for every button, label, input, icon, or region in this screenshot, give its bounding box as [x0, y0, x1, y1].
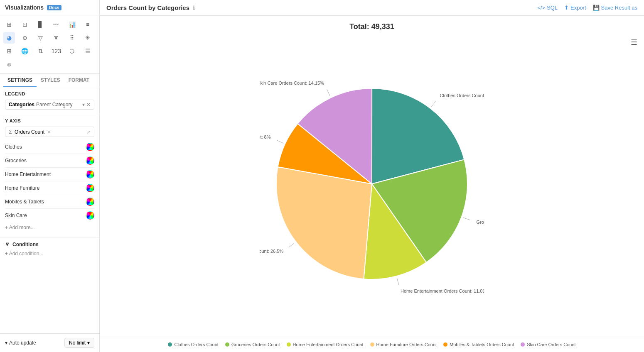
icon-globe[interactable]: 🌐	[19, 45, 31, 57]
icon-scatter[interactable]: ⊙	[19, 32, 31, 44]
legend-dot-clothes	[168, 342, 172, 347]
icon-smiley[interactable]: ☺	[3, 59, 15, 70]
svg-line-10	[327, 89, 330, 96]
sql-icon: </>	[537, 5, 545, 11]
svg-text:Clothes Orders Count: 20.9%: Clothes Orders Count: 20.9%	[440, 93, 484, 98]
legend-entry-clothes: Clothes Orders Count	[168, 342, 218, 347]
legend-dot-mobiles	[443, 342, 447, 347]
auto-update-toggle[interactable]: ▾ Auto update	[5, 340, 36, 346]
color-circle-clothes[interactable]	[86, 143, 94, 151]
sigma-icon: Σ	[9, 129, 12, 135]
chart-menu-icon[interactable]: ☰	[631, 38, 637, 47]
list-item: Mobiles & Tablets	[5, 195, 94, 209]
export-icon: ⬆	[564, 5, 569, 11]
icon-funnel[interactable]: ▽	[35, 32, 47, 44]
legend-dot-home-furniture	[370, 342, 374, 347]
info-icon[interactable]: ℹ	[193, 5, 195, 11]
item-label-clothes: Clothes	[5, 144, 22, 150]
color-circle-skincare[interactable]	[86, 211, 94, 220]
tabs-row: SETTINGS STYLES FORMAT	[0, 74, 99, 87]
svg-text:Home Entertainment Orders Coun: Home Entertainment Orders Count: 11.01%	[401, 288, 484, 293]
header-actions: </> SQL ⬆ Export 💾 Save Result as	[537, 5, 637, 11]
sidebar-title: Visualizations	[5, 4, 44, 11]
icon-pie[interactable]: ◕	[3, 32, 15, 44]
icon-dots[interactable]: ⠿	[66, 32, 78, 44]
add-more-btn[interactable]: + Add more...	[5, 222, 94, 233]
main-header: Orders Count by Categories ℹ </> SQL ⬆ E…	[100, 0, 644, 16]
add-condition-btn[interactable]: + Add condition...	[5, 251, 94, 257]
color-circle-home-furniture[interactable]	[86, 184, 94, 192]
icon-table[interactable]: ⊞	[3, 19, 15, 30]
item-label-home-entertainment: Home Entertainment	[5, 171, 51, 177]
icon-filter[interactable]: ⛛	[50, 32, 62, 44]
tab-styles[interactable]: STYLES	[37, 74, 64, 87]
icon-pivot[interactable]: ⊡	[19, 19, 31, 30]
no-limit-label: No limit	[69, 340, 86, 346]
chip-settings[interactable]: ↗	[86, 129, 91, 135]
icon-shape[interactable]: ⬡	[66, 45, 78, 57]
icon-area[interactable]: 📊	[66, 19, 78, 30]
dropdown-close[interactable]: ✕	[86, 102, 91, 108]
pie-chart: Clothes Orders Count: 20.9%Groceries Ord…	[260, 72, 484, 296]
save-result-button[interactable]: 💾 Save Result as	[593, 5, 637, 11]
orders-count-chip: Σ Orders Count ✕ ↗	[5, 127, 94, 137]
y-axis-section: Y Axis Σ Orders Count ✕ ↗ Clothes Grocer…	[0, 114, 99, 237]
list-item: Home Entertainment	[5, 168, 94, 181]
legend-dot-skincare	[521, 342, 525, 347]
chip-remove[interactable]: ✕	[47, 129, 51, 135]
legend-label-skincare: Skin Care Orders Count	[527, 342, 575, 347]
docs-badge[interactable]: Docs	[47, 5, 61, 10]
item-label-home-furniture: Home Furniture	[5, 185, 39, 191]
legend-label-clothes: Clothes Orders Count	[174, 342, 218, 347]
conditions-header: ⛛ Conditions	[5, 242, 94, 247]
legend-section: Legend Categories Parent Category ▾ ✕	[0, 87, 99, 114]
icon-grid: ⊞ ⊡ ▊ 〰 📊 ≡ ◕ ⊙ ▽ ⛛ ⠿ ✳ ⊞ 🌐 ⇅ 123 ⬡ ☰ ☺	[0, 15, 99, 74]
svg-text:Home Furniture Orders Count: 2: Home Furniture Orders Count: 26.5%	[260, 249, 283, 254]
legend-entry-groceries: Groceries Orders Count	[225, 342, 280, 347]
icon-list[interactable]: ☰	[82, 45, 93, 57]
sidebar-header: Visualizations Docs	[0, 0, 99, 15]
icon-number[interactable]: 123	[50, 45, 62, 57]
chart-total: Total: 49,331	[349, 22, 394, 31]
svg-text:Skin Care Orders Count: 14.15%: Skin Care Orders Count: 14.15%	[260, 81, 324, 86]
dropdown-bold: Categories	[9, 102, 34, 108]
icon-sort[interactable]: ⇅	[35, 45, 47, 57]
legend-entry-home-entertainment: Home Entertainment Orders Count	[287, 342, 364, 347]
list-item: Skin Care	[5, 209, 94, 222]
color-circle-mobiles[interactable]	[86, 198, 94, 206]
sidebar-footer: ▾ Auto update No limit ▾	[0, 333, 99, 352]
item-label-groceries: Groceries	[5, 158, 27, 164]
icon-sunburst[interactable]: ✳	[82, 32, 93, 44]
icon-combo[interactable]: ≡	[82, 19, 93, 30]
legend-label-mobiles: Mobiles & Tablets Orders Count	[450, 342, 514, 347]
legend-dropdown[interactable]: Categories Parent Category ▾ ✕	[5, 100, 94, 110]
dropdown-light: Parent Category	[36, 102, 72, 108]
tab-format[interactable]: FORMAT	[64, 74, 93, 87]
color-circle-home-entertainment[interactable]	[86, 170, 94, 178]
save-icon: 💾	[593, 5, 600, 11]
icon-line[interactable]: 〰	[50, 19, 62, 30]
svg-text:Groceries Orders Count: 19.45%: Groceries Orders Count: 19.45%	[476, 220, 484, 225]
legend-label-home-entertainment: Home Entertainment Orders Count	[293, 342, 364, 347]
svg-line-8	[277, 140, 283, 144]
legend-label-home-furniture: Home Furniture Orders Count	[376, 342, 437, 347]
icon-heatmap[interactable]: ⊞	[3, 45, 15, 57]
svg-line-0	[431, 101, 436, 107]
tab-settings[interactable]: SETTINGS	[3, 74, 37, 87]
auto-update-label: Auto update	[9, 340, 36, 346]
color-circle-groceries[interactable]	[86, 156, 94, 165]
conditions-label: Conditions	[12, 242, 39, 247]
sql-button[interactable]: </> SQL	[537, 5, 558, 11]
legend-entry-home-furniture: Home Furniture Orders Count	[370, 342, 437, 347]
y-axis-label: Y Axis	[5, 118, 94, 123]
chip-text: Orders Count	[15, 129, 44, 135]
chart-area: Total: 49,331 ☰ Clothes Orders Count: 20…	[100, 16, 644, 337]
list-item: Home Furniture	[5, 181, 94, 195]
chart-legend: Clothes Orders Count Groceries Orders Co…	[100, 337, 644, 352]
export-button[interactable]: ⬆ Export	[564, 5, 586, 11]
legend-dot-groceries	[225, 342, 229, 347]
sidebar: Visualizations Docs ⊞ ⊡ ▊ 〰 📊 ≡ ◕ ⊙ ▽ ⛛ …	[0, 0, 100, 352]
icon-bar[interactable]: ▊	[35, 19, 47, 30]
main-content: Orders Count by Categories ℹ </> SQL ⬆ E…	[100, 0, 644, 352]
no-limit-button[interactable]: No limit ▾	[64, 338, 94, 348]
